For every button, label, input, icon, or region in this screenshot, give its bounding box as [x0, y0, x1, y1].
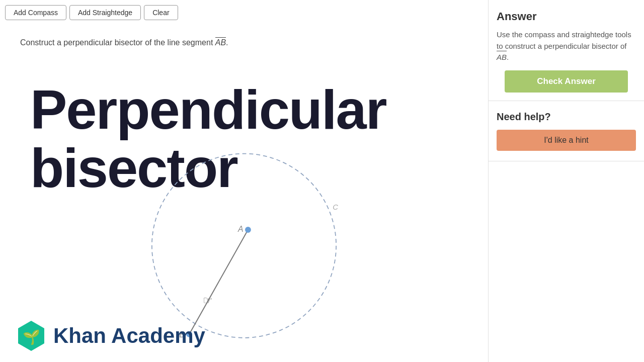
khan-academy-hexagon: 🌱	[15, 320, 47, 352]
answer-title: Answer	[497, 10, 636, 23]
answer-section: Answer Use the compass and straightedge …	[489, 0, 644, 101]
answer-segment-label: AB	[497, 52, 507, 63]
add-straightedge-button[interactable]: Add Straightedge	[69, 5, 141, 20]
khan-academy-logo: 🌱 Khan Academy	[15, 320, 205, 352]
point-a-label: A	[237, 225, 244, 233]
clear-button[interactable]: Clear	[144, 5, 178, 20]
hint-title: Need help?	[497, 111, 636, 123]
instruction-text: Construct a perpendicular bisector of th…	[20, 38, 228, 47]
geometry-canvas[interactable]: A B C	[0, 0, 488, 362]
add-compass-button[interactable]: Add Compass	[5, 5, 66, 20]
toolbar: Add Compass Add Straightedge Clear	[5, 5, 178, 20]
segment-label-ab: AB	[215, 38, 226, 47]
point-c-label: C	[333, 203, 338, 211]
khan-academy-text: Khan Academy	[53, 324, 205, 348]
segment-ab	[189, 230, 248, 334]
sidebar: Answer Use the compass and straightedge …	[488, 0, 644, 362]
point-a[interactable]	[245, 227, 251, 233]
answer-description: Use the compass and straightedge tools t…	[497, 29, 636, 63]
svg-text:🌱: 🌱	[23, 329, 40, 345]
answer-text-before: Use the compass and straightedge tools t…	[497, 30, 631, 50]
instruction-suffix: .	[226, 38, 228, 47]
hint-button[interactable]: I'd like a hint	[497, 130, 636, 151]
compass-circle	[152, 154, 336, 338]
hint-section: Need help? I'd like a hint	[489, 101, 644, 161]
check-answer-button[interactable]: Check Answer	[505, 70, 628, 93]
instruction-prefix: Construct a perpendicular bisector of th…	[20, 38, 215, 47]
main-area: Add Compass Add Straightedge Clear Const…	[0, 0, 488, 362]
answer-text-after: .	[507, 53, 509, 61]
